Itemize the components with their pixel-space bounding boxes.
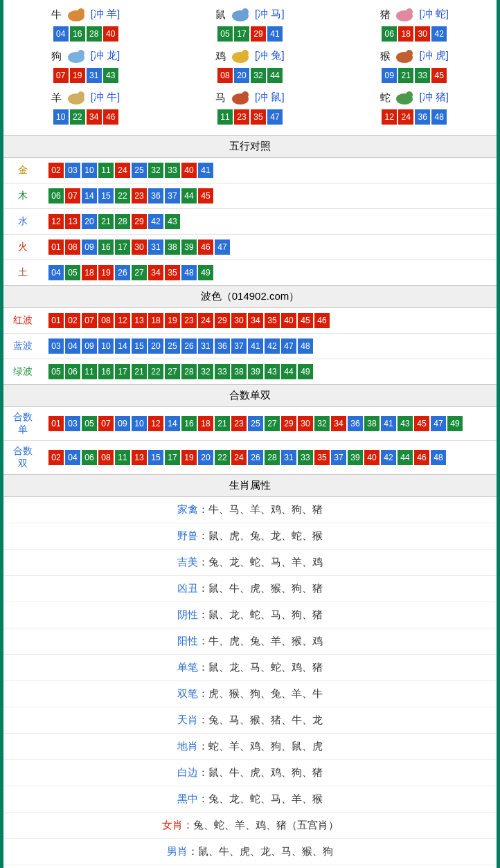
ball: 47 <box>215 239 230 255</box>
ball: 43 <box>165 214 180 229</box>
zodiac-balls: 10223446 <box>3 109 168 125</box>
ball: 36 <box>148 188 163 204</box>
ball: 04 <box>53 26 69 42</box>
row-label: 金 <box>3 158 42 183</box>
ball: 28 <box>87 26 102 42</box>
ball: 20 <box>234 68 249 83</box>
ball: 45 <box>298 313 313 328</box>
ball: 23 <box>132 188 147 204</box>
ball: 36 <box>415 109 430 125</box>
wuxing-table: 金 02031011242532334041木 0607141522233637… <box>3 158 497 285</box>
ball: 02 <box>65 313 80 328</box>
ball: 15 <box>132 338 147 354</box>
ball: 40 <box>103 26 118 42</box>
ball: 46 <box>414 450 429 465</box>
attr-row: 天肖：兔、马、猴、猪、牛、龙 <box>3 707 497 733</box>
table-row: 合数单 010305070910121416182123252729303234… <box>3 407 497 441</box>
attr-val: ：兔、马、猴、猪、牛、龙 <box>198 714 323 725</box>
ball: 26 <box>181 338 197 354</box>
ball: 05 <box>65 265 80 280</box>
row-label: 火 <box>3 235 42 260</box>
ball: 20 <box>82 214 97 229</box>
wuxing-header: 五行对照 <box>3 135 497 158</box>
table-row: 蓝波 03040910141520252631363741424748 <box>3 334 497 359</box>
ball: 33 <box>215 364 230 379</box>
attr-val: ：兔、龙、蛇、马、羊、猴 <box>198 793 323 804</box>
attr-val: ：鼠、牛、虎、鸡、狗、猪 <box>198 766 323 778</box>
attr-val: ：蛇、羊、鸡、狗、鼠、虎 <box>198 740 323 752</box>
zodiac-cell: 狗 [冲 龙] 07193143 <box>3 45 168 87</box>
attr-row: 阴性：鼠、龙、蛇、马、狗、猪 <box>3 602 497 628</box>
ball: 24 <box>398 109 413 125</box>
zodiac-balls: 12243648 <box>332 109 497 125</box>
row-label: 水 <box>3 209 42 235</box>
ball: 39 <box>181 239 197 255</box>
ball: 22 <box>215 450 230 465</box>
ball: 02 <box>48 450 64 465</box>
ball: 09 <box>82 239 97 255</box>
zodiac-icon <box>229 6 252 23</box>
zodiac-balls: 05172941 <box>168 26 332 42</box>
ball: 14 <box>115 338 130 354</box>
ball: 35 <box>251 109 266 125</box>
ball: 35 <box>165 265 180 280</box>
ball: 20 <box>198 450 213 465</box>
zodiac-cell: 马 [冲 鼠] 11233547 <box>168 87 332 128</box>
ball: 08 <box>98 450 114 465</box>
bose-table: 红波 0102070812131819232429303435404546蓝波 … <box>3 308 497 384</box>
zodiac-clash: [冲 龙] <box>91 49 120 61</box>
ball: 26 <box>115 265 130 280</box>
ball: 19 <box>70 68 85 83</box>
attr-val: ：兔、龙、蛇、马、羊、鸡 <box>198 556 323 568</box>
ball: 01 <box>48 416 64 431</box>
row-label: 红波 <box>3 308 42 334</box>
svg-point-9 <box>242 50 249 57</box>
row-balls: 04051819262734354849 <box>42 260 497 286</box>
ball: 18 <box>198 416 213 431</box>
ball: 04 <box>48 265 64 280</box>
zodiac-clash: [冲 猪] <box>419 91 449 102</box>
zodiac-icon <box>393 6 416 23</box>
attr-row: 凶丑：鼠、牛、虎、猴、狗、猪 <box>3 575 497 602</box>
ball: 08 <box>98 313 114 328</box>
ball: 06 <box>382 26 397 42</box>
zodiac-cell: 蛇 [冲 猪] 12243648 <box>332 87 497 128</box>
ball: 11 <box>98 163 114 178</box>
attr-val: ：鼠、牛、虎、龙、马、猴、狗 <box>188 845 333 857</box>
row-label: 土 <box>3 260 42 286</box>
ball: 34 <box>331 416 346 431</box>
ball: 44 <box>267 68 283 83</box>
ball: 31 <box>281 450 296 465</box>
ball: 23 <box>231 416 247 431</box>
ball: 08 <box>217 68 233 83</box>
attr-key: 阴性 <box>177 608 198 620</box>
ball: 29 <box>132 214 147 229</box>
svg-point-5 <box>406 8 413 15</box>
ball: 46 <box>314 313 330 328</box>
table-row: 木 06071415222336374445 <box>3 183 497 209</box>
ball: 48 <box>431 450 446 465</box>
ball: 34 <box>148 265 163 280</box>
ball: 13 <box>65 214 80 229</box>
ball: 09 <box>115 416 130 431</box>
ball: 28 <box>115 214 130 229</box>
ball: 30 <box>231 313 247 328</box>
ball: 46 <box>198 239 213 255</box>
attr-row: 双笔：虎、猴、狗、兔、羊、牛 <box>3 680 497 707</box>
ball: 40 <box>364 450 380 465</box>
table-row: 金 02031011242532334041 <box>3 158 497 183</box>
ball: 36 <box>215 338 230 354</box>
svg-point-1 <box>78 8 84 15</box>
attr-key: 双笔 <box>177 687 198 699</box>
ball: 28 <box>181 364 197 379</box>
zodiac-cell: 羊 [冲 牛] 10223446 <box>3 87 168 128</box>
zodiac-balls: 07193143 <box>3 67 168 84</box>
ball: 47 <box>267 109 283 125</box>
ball: 21 <box>98 214 114 229</box>
ball: 42 <box>381 450 396 465</box>
ball: 06 <box>82 450 97 465</box>
row-balls: 1213202128294243 <box>42 209 497 235</box>
zodiac-clash: [冲 马] <box>255 8 285 19</box>
ball: 16 <box>98 239 114 255</box>
page-wrap: 牛 [冲 羊] 04162840 鼠 [冲 马] 05172941 猪 [冲 蛇… <box>0 0 500 868</box>
